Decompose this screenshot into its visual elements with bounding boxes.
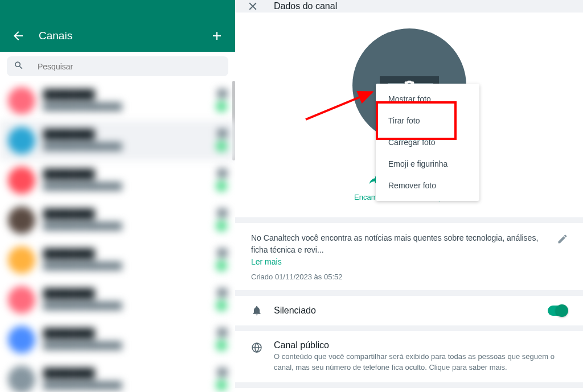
menu-show-photo[interactable]: Mostrar foto [376, 88, 479, 110]
new-channel-button[interactable] [210, 29, 224, 43]
channels-list: █████████████████████████ ██████████████… [0, 81, 235, 392]
panel-title: Dados do canal [274, 1, 337, 11]
public-label: Canal público [274, 340, 567, 350]
mute-toggle[interactable] [548, 306, 567, 316]
created-date: Criado 01/11/2023 às 05:52 [251, 273, 567, 281]
sidebar-title: Canais [39, 30, 210, 42]
search-input[interactable] [38, 62, 221, 71]
channel-item[interactable]: █████████████████████████ [0, 160, 235, 200]
mute-setting: Silenciado [235, 296, 583, 325]
menu-upload-photo[interactable]: Carregar foto [376, 131, 479, 153]
channel-description: No Canaltech você encontra as notícias m… [251, 232, 567, 256]
photo-context-menu: Mostrar foto Tirar foto Carregar foto Em… [376, 84, 479, 201]
description-section: No Canaltech você encontra as notícias m… [235, 223, 583, 290]
back-arrow-icon[interactable] [11, 29, 25, 43]
channel-item[interactable]: █████████████████████████ [0, 200, 235, 240]
channel-item[interactable]: █████████████████████████ [0, 240, 235, 280]
read-more-link[interactable]: Ler mais [251, 257, 282, 266]
menu-take-photo[interactable]: Tirar foto [376, 110, 479, 131]
mute-label: Silenciado [274, 306, 548, 316]
sidebar-header: Canais [0, 0, 235, 52]
channel-item[interactable]: █████████████████████████ [0, 320, 235, 360]
menu-remove-photo[interactable]: Remover foto [376, 175, 479, 196]
channel-settings-link[interactable]: Configurações do canal [235, 388, 583, 392]
bell-icon [251, 305, 262, 316]
globe-icon [251, 342, 262, 353]
search-icon [14, 60, 38, 73]
public-channel-setting[interactable]: Canal público O conteúdo que você compar… [235, 331, 583, 382]
search-bar [0, 52, 235, 81]
channel-item[interactable]: █████████████████████████ [0, 81, 235, 121]
menu-emoji-sticker[interactable]: Emoji e figurinha [376, 153, 479, 175]
channel-item[interactable]: █████████████████████████ [0, 121, 235, 160]
edit-icon[interactable] [557, 233, 568, 247]
public-description: O conteúdo que você compartilhar será ex… [274, 352, 567, 373]
channel-item[interactable]: █████████████████████████ [0, 280, 235, 320]
channel-item[interactable]: █████████████████████████ [0, 360, 235, 392]
close-icon[interactable] [247, 0, 259, 13]
panel-header: Dados do canal [235, 0, 583, 13]
channels-sidebar: Canais █████████████████████████ ███████… [0, 0, 235, 392]
